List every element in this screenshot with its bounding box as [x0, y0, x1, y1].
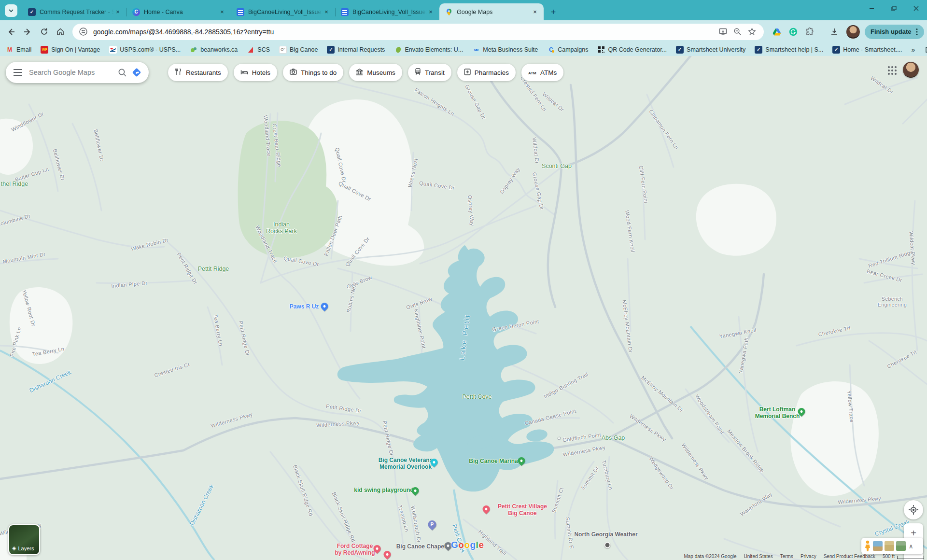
- chip-pharmacies[interactable]: Pharmacies: [457, 64, 516, 81]
- imagery-thumbnail[interactable]: [885, 541, 894, 551]
- downloads-button[interactable]: [826, 24, 843, 40]
- directions-icon: [131, 67, 142, 78]
- refresh-button[interactable]: [36, 24, 52, 40]
- bookmark-label: Meta Business Suite: [483, 46, 538, 53]
- bookmark-item[interactable]: Envato Elements: U...: [394, 46, 463, 54]
- refresh-icon: [40, 28, 48, 36]
- search-button[interactable]: [115, 65, 129, 80]
- bookmark-item[interactable]: ✓Smartsheet University: [676, 46, 745, 54]
- bookmark-item[interactable]: MEmail: [6, 46, 31, 54]
- bookmark-label: QR Code Generator...: [608, 46, 667, 53]
- tab-3[interactable]: BigCanoeLiving_Voll_Issue16 - U×: [231, 3, 335, 20]
- site-info-icon[interactable]: [79, 28, 87, 36]
- bookmark-page-button[interactable]: [744, 25, 759, 39]
- scale-control: 500 ft: [883, 554, 924, 559]
- smartsheet-icon: ✓: [832, 46, 840, 54]
- chip-transit[interactable]: Transit: [408, 64, 451, 81]
- bookmark-item[interactable]: USPS.com® - USPS...: [109, 46, 181, 54]
- extensions-button[interactable]: [801, 24, 818, 40]
- chip-label: Restaurants: [186, 69, 221, 76]
- qr-icon: [597, 46, 605, 54]
- bookmark-item[interactable]: ✓Internal Requests: [327, 46, 385, 54]
- tab-2[interactable]: CHome - Canva×: [126, 3, 231, 20]
- smartsheet-icon: ✓: [676, 46, 684, 54]
- imagery-thumbnail[interactable]: [896, 541, 906, 551]
- bookmark-item[interactable]: CCampaigns: [547, 46, 588, 54]
- kebab-menu-icon: [916, 28, 918, 36]
- tab-title: BigCanoeLiving_Voll_Issue16 - U: [248, 9, 323, 15]
- back-button[interactable]: [3, 24, 19, 40]
- bookmark-item[interactable]: QR Code Generator...: [597, 46, 667, 54]
- atm-icon: ATM: [528, 69, 536, 76]
- chip-museums[interactable]: Museums: [349, 64, 402, 81]
- tab-4[interactable]: BigCanoeLiving_Voll_Issue18 - U×: [335, 3, 439, 20]
- bookmark-item[interactable]: O°Big Canoe: [279, 46, 318, 54]
- puzzle-icon: [805, 28, 814, 36]
- my-location-button[interactable]: [904, 500, 923, 519]
- search-icon: [118, 68, 127, 77]
- bookmark-item[interactable]: beanworks.ca: [190, 46, 238, 54]
- close-tab-icon[interactable]: ×: [323, 8, 330, 16]
- map-pin[interactable]: [604, 542, 611, 548]
- tab-search-button[interactable]: [5, 4, 17, 17]
- bookmark-item[interactable]: WFSign On | Vantage: [41, 46, 100, 54]
- close-window-button[interactable]: [905, 0, 927, 16]
- finish-update-button[interactable]: Finish update: [865, 25, 924, 39]
- layers-button[interactable]: ◈ Layers: [8, 524, 40, 555]
- attribution-link[interactable]: Privacy: [801, 554, 816, 559]
- google-drive-icon: [772, 28, 781, 36]
- url-text[interactable]: google.com/maps/@34.4699888,-84.2885305,…: [93, 28, 716, 36]
- attribution-link[interactable]: Terms: [780, 554, 793, 559]
- drive-extension-button[interactable]: [769, 24, 785, 40]
- maximize-button[interactable]: [883, 0, 905, 16]
- google-apps-button[interactable]: [887, 66, 897, 77]
- bookmark-item[interactable]: ✓Home - Smartsheet....: [832, 46, 902, 54]
- maps-icon: [445, 8, 453, 16]
- imagery-thumbnail[interactable]: [873, 541, 883, 551]
- attribution-link[interactable]: United States: [744, 554, 773, 559]
- tab-5[interactable]: Google Maps×: [439, 3, 544, 20]
- address-bar[interactable]: google.com/maps/@34.4699888,-84.2885305,…: [72, 24, 764, 40]
- chip-hotels[interactable]: Hotels: [234, 64, 277, 81]
- map-canvas[interactable]: Wildcat DrGrouse Gap DrFalcon Heights Ln…: [0, 56, 927, 560]
- forward-button[interactable]: [19, 24, 36, 40]
- bookmarks-overflow-button[interactable]: »: [912, 46, 915, 54]
- pegman-icon[interactable]: [864, 540, 871, 552]
- google-watermark-letter: o: [464, 540, 470, 550]
- layers-label: Layers: [18, 546, 34, 551]
- close-tab-icon[interactable]: ×: [427, 8, 435, 16]
- close-tab-icon[interactable]: ×: [114, 8, 122, 16]
- menu-hamburger-icon[interactable]: [14, 69, 22, 76]
- chip-label: Museums: [367, 69, 395, 76]
- collapse-imagery-button[interactable]: ∧: [909, 543, 913, 550]
- zoom-level-button[interactable]: [730, 25, 744, 39]
- chip-restaurants[interactable]: Restaurants: [168, 64, 228, 81]
- browser-menu-button[interactable]: [912, 27, 922, 37]
- bookmark-item[interactable]: SCS: [247, 46, 270, 54]
- hotel-icon: [240, 69, 248, 77]
- account-avatar[interactable]: [903, 62, 919, 78]
- chip-label: Pharmacies: [475, 69, 509, 76]
- search-input[interactable]: Search Google Maps: [29, 69, 115, 76]
- bookmark-item[interactable]: ✓Smartsheet help | S...: [755, 46, 823, 54]
- home-button[interactable]: [52, 24, 69, 40]
- install-app-button[interactable]: [716, 25, 730, 39]
- browser-profile-avatar[interactable]: [846, 25, 860, 39]
- tab-1[interactable]: ✓Comms Request Tracker - Smar×: [22, 3, 126, 20]
- directions-button[interactable]: [129, 65, 144, 80]
- bookmark-item[interactable]: ∞Meta Business Suite: [472, 46, 538, 54]
- bookmark-label: Internal Requests: [337, 46, 385, 53]
- close-tab-icon[interactable]: ×: [218, 8, 226, 16]
- chip-atms[interactable]: ATMATMs: [521, 64, 563, 81]
- new-tab-button[interactable]: +: [547, 5, 560, 19]
- bookmark-label: Email: [16, 46, 31, 53]
- grammarly-extension-button[interactable]: [785, 24, 801, 40]
- chip-things-to-do[interactable]: Things to do: [283, 64, 343, 81]
- minimize-button[interactable]: [860, 0, 883, 16]
- envato-icon: [394, 46, 402, 54]
- back-arrow-icon: [7, 28, 15, 36]
- attribution-link[interactable]: Send Product Feedback: [824, 554, 875, 559]
- close-tab-icon[interactable]: ×: [531, 8, 539, 16]
- all-bookmarks-button[interactable]: All Bookmarks: [925, 46, 927, 54]
- camera-icon: [290, 69, 297, 76]
